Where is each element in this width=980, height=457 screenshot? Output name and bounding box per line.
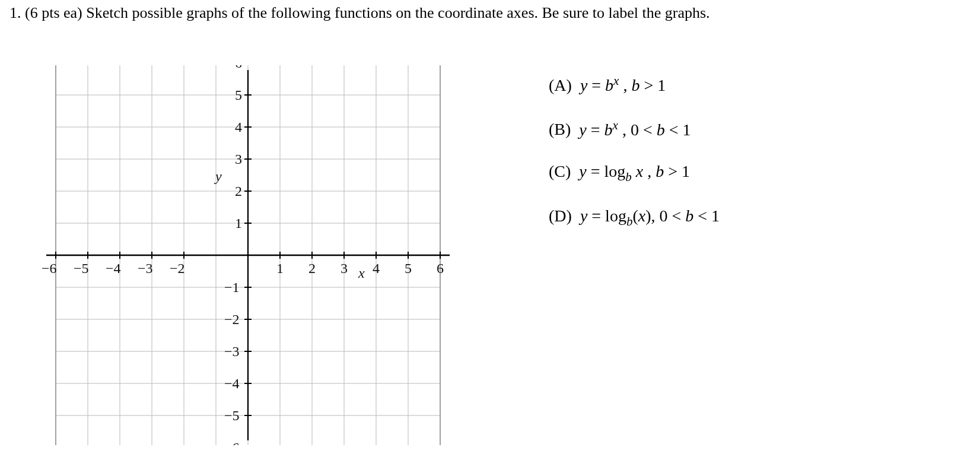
option-a: (A) y = bx , b > 1 — [549, 74, 720, 95]
y-tick-label: 5 — [235, 87, 242, 103]
options-list: (A) y = bx , b > 1 (B) y = bx , 0 < b < … — [549, 51, 720, 252]
x-tick-label: −4 — [106, 261, 121, 276]
x-tick-label: −2 — [170, 261, 185, 276]
option-c: (C) y = logb x , b > 1 — [549, 162, 720, 185]
y-tick-label: 4 — [235, 119, 242, 135]
option-b-letter: (B) — [549, 120, 571, 139]
x-tick-label: −6 — [42, 261, 57, 276]
x-tick-label: −3 — [138, 261, 153, 276]
y-tick-label: 2 — [235, 183, 242, 199]
option-b: (B) y = bx , 0 < b < 1 — [549, 118, 720, 139]
y-axis-label: y — [214, 169, 222, 184]
option-d: (D) y = logb(x), 0 < b < 1 — [549, 207, 720, 229]
y-tick-label: −1 — [224, 280, 240, 295]
question-number: 1. — [9, 4, 21, 21]
y-tick-label: −3 — [224, 344, 240, 359]
y-tick-label: −2 — [224, 312, 240, 327]
y-tick-label: −5 — [224, 408, 240, 423]
option-b-expr: y = bx , 0 < b < 1 — [579, 120, 691, 139]
coordinate-axes-graph: −6−5−4−3−2123456 −6−5−4−3−2−1123456 y x — [28, 65, 467, 449]
option-a-letter: (A) — [549, 76, 572, 94]
x-tick-label: 2 — [308, 261, 316, 276]
x-axis-label: x — [358, 265, 365, 281]
question-prompt: Sketch possible graphs of the following … — [86, 4, 709, 21]
option-a-expr: y = bx , b > 1 — [580, 76, 666, 94]
x-tick-label: 4 — [373, 261, 380, 276]
x-tick-label: −5 — [74, 261, 89, 276]
question-points: (6 pts ea) — [25, 4, 82, 21]
x-tick-label: 3 — [341, 261, 348, 276]
option-d-letter: (D) — [549, 207, 572, 225]
option-d-expr: y = logb(x), 0 < b < 1 — [580, 207, 720, 225]
y-tick-label: −4 — [224, 376, 240, 391]
y-tick-label: 1 — [235, 215, 242, 231]
y-tick-label: −6 — [224, 440, 240, 445]
question-text: 1. (6 pts ea) Sketch possible graphs of … — [9, 4, 959, 23]
x-tick-label: 1 — [276, 261, 284, 276]
y-tick-label: 3 — [235, 151, 242, 167]
x-tick-label: 5 — [405, 261, 412, 276]
option-c-expr: y = logb x , b > 1 — [579, 162, 690, 180]
y-tick-label: 6 — [235, 65, 242, 71]
x-tick-label: 6 — [437, 261, 444, 276]
option-c-letter: (C) — [549, 162, 571, 180]
